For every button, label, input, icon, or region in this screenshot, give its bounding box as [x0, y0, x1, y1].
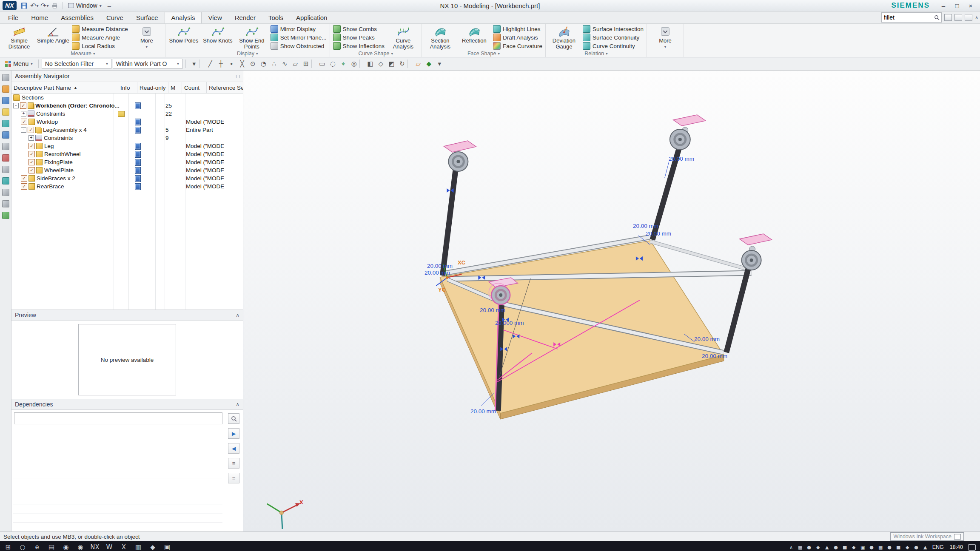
action-center-icon[interactable]: [968, 544, 976, 551]
sidebar-icon-touch-mode[interactable]: [2, 212, 9, 219]
ribbon-more-button[interactable]: More▾: [649, 24, 682, 50]
dimension-label[interactable]: 20.00 mm: [480, 307, 505, 313]
selection-scope-dropdown[interactable]: Within Work Part O▾: [113, 59, 182, 69]
sidebar-icon-roles[interactable]: [2, 189, 9, 196]
assembly-row[interactable]: ✓ Leg Model ("MODE: [11, 142, 243, 150]
sidebar-icon-requirements[interactable]: [2, 74, 9, 81]
terminal-button[interactable]: ▣: [160, 541, 174, 551]
collapse-icon[interactable]: ∧: [236, 401, 239, 407]
group-label-relation[interactable]: Relation▾: [547, 50, 645, 57]
readonly-icon[interactable]: [135, 151, 141, 158]
show-poles-button[interactable]: Show Poles: [167, 24, 200, 44]
dependencies-detail-button[interactable]: ≡: [228, 473, 239, 483]
component-checkbox[interactable]: ✓: [28, 151, 35, 157]
full-screen-icon[interactable]: [944, 14, 952, 21]
tray-icon-8[interactable]: ▣: [860, 545, 866, 550]
sidebar-icon-part-navigator[interactable]: [2, 108, 9, 116]
dependencies-forward-button[interactable]: ▶: [228, 428, 239, 439]
assembly-row[interactable]: Sections: [11, 94, 243, 102]
tray-icon-12[interactable]: ■: [896, 545, 901, 550]
start-button[interactable]: ⊞: [1, 541, 15, 551]
toolbar-icon-button[interactable]: [199, 60, 205, 68]
component-checkbox[interactable]: ✓: [28, 167, 35, 173]
nx-app-button[interactable]: NX: [88, 541, 102, 551]
column-reference-set[interactable]: Reference Set: [207, 82, 243, 93]
column-descriptive-part-name[interactable]: Descriptive Part Name▲: [11, 82, 118, 93]
shaded-view-icon[interactable]: ◧: [365, 59, 376, 69]
ribbon-tab[interactable]: Render: [228, 12, 262, 23]
sidebar-icon-assembly-navigator[interactable]: [2, 85, 9, 93]
graphics-window[interactable]: 20.00 mm20.00 mm20.00 mm20.00 mm20.00 mm…: [243, 71, 980, 531]
curve-analysis-button[interactable]: Curve Analysis: [387, 24, 420, 50]
float-panel-icon[interactable]: □: [236, 73, 239, 80]
firefox-button[interactable]: ◉: [73, 541, 88, 551]
print-button[interactable]: [50, 1, 60, 10]
sidebar-icon-manufacturing-wizard[interactable]: [2, 177, 9, 185]
notepad-button[interactable]: ▥: [131, 541, 145, 551]
measure-angle-button[interactable]: Measure Angle: [71, 33, 129, 42]
sidebar-icon-web-browser[interactable]: [2, 143, 9, 150]
dimension-label[interactable]: 20.00 mm: [427, 263, 453, 269]
datum-display-icon[interactable]: ◆: [424, 59, 434, 69]
component-checkbox[interactable]: ✓: [21, 119, 27, 125]
assembly-row[interactable]: ✓ RexrothWheel Model ("MODE: [11, 150, 243, 158]
existing-point-snap-icon[interactable]: ∴: [269, 59, 279, 69]
sidebar-icon-constraint-navigator[interactable]: [2, 97, 9, 104]
sidebar-icon-history[interactable]: [2, 154, 9, 162]
column-m[interactable]: M: [168, 82, 182, 93]
restore-button[interactable]: □: [950, 2, 964, 9]
control-point-snap-icon[interactable]: ∙: [226, 59, 237, 69]
assembly-row[interactable]: - ✓ Workbench (Order: Chronolo... 25: [11, 102, 243, 110]
selection-filter-dropdown-icon[interactable]: ▾: [189, 59, 199, 69]
ribbon-tab[interactable]: Analysis: [165, 12, 202, 23]
selection-filter-dropdown[interactable]: No Selection Filter▾: [42, 59, 111, 69]
window-style-icon[interactable]: [954, 14, 962, 21]
tray-icon-15[interactable]: ▲: [923, 545, 928, 550]
tray-icon-3[interactable]: ◆: [815, 545, 821, 550]
search-icon[interactable]: [933, 15, 941, 20]
customize-qat-icon[interactable]: ‒: [108, 2, 111, 9]
readonly-icon[interactable]: [135, 183, 141, 190]
toolbar-icon-button[interactable]: [407, 60, 413, 68]
component-checkbox[interactable]: ✓: [21, 175, 27, 182]
assembly-row[interactable]: + Constraints 9: [11, 134, 243, 142]
ribbon-tab[interactable]: Home: [25, 12, 54, 23]
expand-icon[interactable]: -: [13, 103, 19, 108]
surface-intersection-button[interactable]: Surface Intersection: [581, 25, 645, 33]
rotate-view-icon[interactable]: ↻: [397, 59, 407, 69]
preview-header[interactable]: Preview∧: [11, 310, 243, 321]
dependencies-list-button[interactable]: ≡: [228, 458, 239, 469]
tray-icon-5[interactable]: ●: [833, 545, 839, 550]
show-obstructed-button[interactable]: Show Obstructed: [269, 42, 328, 50]
sidebar-icon-system-scenes[interactable]: [2, 200, 9, 207]
point-on-surface-snap-icon[interactable]: ▱: [290, 59, 301, 69]
help-icon[interactable]: [965, 14, 972, 21]
highlight-lines-button[interactable]: Highlight Lines: [492, 25, 544, 33]
orient-view-icon[interactable]: ◩: [386, 59, 397, 69]
arc-center-snap-icon[interactable]: ⊙: [248, 59, 258, 69]
show-combs-button[interactable]: Show Combs: [332, 25, 386, 33]
magnify-icon[interactable]: ◎: [349, 59, 359, 69]
simple-distance-button[interactable]: Simple Distance: [3, 24, 36, 50]
ribbon-tab[interactable]: Tools: [262, 12, 290, 23]
measure-more-button[interactable]: More▾: [130, 24, 163, 50]
ribbon-tab[interactable]: Curve: [100, 12, 130, 23]
info-icon[interactable]: [118, 111, 125, 117]
group-label-measure[interactable]: Measure▾: [3, 50, 163, 57]
expand-icon[interactable]: -: [21, 127, 26, 133]
paint-button[interactable]: ◆: [145, 541, 160, 551]
simple-angle-button[interactable]: Simple Angle: [37, 24, 70, 44]
excel-button[interactable]: X: [117, 541, 131, 551]
expand-icon[interactable]: +: [28, 135, 34, 141]
mid-point-snap-icon[interactable]: ┼: [216, 59, 226, 69]
dimension-label[interactable]: 20.00 mm: [669, 156, 694, 162]
toolbar-icon-button[interactable]: [311, 60, 317, 68]
component-checkbox[interactable]: ✓: [28, 127, 34, 133]
column-read-only[interactable]: Read-only: [137, 82, 168, 93]
dimension-label[interactable]: 20.00 mm: [702, 353, 727, 359]
ribbon-tab[interactable]: File: [2, 12, 25, 23]
tray-icon-1[interactable]: ▦: [798, 545, 803, 550]
explorer-button[interactable]: ▤: [44, 541, 59, 551]
search-button[interactable]: ○: [15, 541, 30, 551]
assembly-row[interactable]: + Constraints 22: [11, 110, 243, 118]
